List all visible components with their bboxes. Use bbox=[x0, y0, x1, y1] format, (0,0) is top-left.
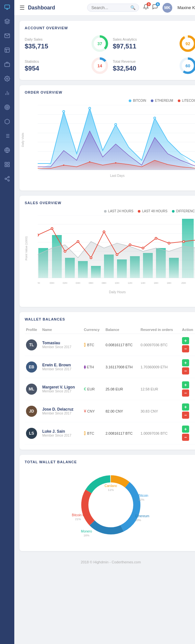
sidebar-item-chart[interactable] bbox=[0, 86, 14, 100]
chat-button[interactable]: 6 bbox=[152, 4, 158, 11]
sales-analytics-label: Sales Analytics bbox=[113, 37, 137, 41]
sidebar-item-box[interactable] bbox=[0, 114, 14, 129]
sidebar-item-briefcase[interactable] bbox=[0, 57, 14, 72]
sidebar-item-layers[interactable] bbox=[0, 14, 14, 29]
daily-sales-num: 37 bbox=[98, 41, 102, 46]
currency-badge: ₿ BTC bbox=[84, 431, 103, 436]
ethereum-dot bbox=[151, 99, 153, 102]
daily-sales-item: Daily Sales $35,715 37 bbox=[25, 34, 109, 53]
row-reserved: 0.00097036 BTC bbox=[139, 334, 181, 356]
legend-litecoin: LITECOIN bbox=[178, 99, 195, 102]
profile-since: Member Since 2017 bbox=[42, 367, 81, 371]
table-row: TL Tomaslau Member Since 2017 ₿ BTC 0.00… bbox=[25, 334, 195, 356]
search-input[interactable] bbox=[91, 5, 130, 10]
currency-icon: ¥ bbox=[84, 409, 86, 414]
svg-text:14H: 14H bbox=[141, 282, 145, 284]
sidebar-item-monitor[interactable] bbox=[0, 0, 14, 14]
add-button[interactable]: + bbox=[182, 359, 189, 366]
wallet-balances-card: WALLET BALANCES Profile Name Currency Ba… bbox=[20, 312, 195, 450]
remove-button[interactable]: − bbox=[182, 434, 189, 441]
statistics-chart: 14 bbox=[91, 57, 109, 75]
difference-dot bbox=[172, 210, 175, 213]
remove-button[interactable]: − bbox=[182, 345, 189, 352]
svg-rect-0 bbox=[5, 5, 10, 8]
remove-button[interactable]: − bbox=[182, 367, 189, 375]
svg-text:20%: 20% bbox=[135, 519, 141, 522]
action-buttons: + − bbox=[182, 403, 195, 419]
svg-point-15 bbox=[7, 107, 8, 108]
col-name: Name bbox=[41, 326, 83, 334]
menu-icon[interactable]: ☰ bbox=[20, 4, 25, 11]
svg-text:Ethereum: Ethereum bbox=[135, 514, 149, 518]
currency-code: EUR bbox=[87, 387, 95, 391]
notification-badge: 3 bbox=[147, 2, 151, 6]
total-revenue-num: 60 bbox=[186, 63, 190, 68]
svg-point-30 bbox=[8, 180, 9, 181]
profile-name: Tomaslau bbox=[42, 341, 81, 345]
row-reserved: 12.58 EUR bbox=[139, 378, 181, 400]
currency-badge: ⧫ ETH bbox=[84, 364, 103, 369]
account-overview-card: ACCOUNT OVERVIEW Daily Sales $35,715 37 bbox=[20, 21, 195, 80]
sidebar-item-list[interactable] bbox=[0, 129, 14, 143]
sales-analytics-chart: 92 bbox=[179, 34, 195, 53]
page-title: Dashboard bbox=[28, 5, 55, 11]
row-profile: JD bbox=[25, 400, 41, 422]
legend-difference: DIFFERENCE bbox=[172, 209, 195, 213]
svg-point-61 bbox=[115, 124, 117, 125]
svg-text:20H: 20H bbox=[181, 282, 186, 284]
sidebar-item-tools[interactable] bbox=[0, 72, 14, 86]
svg-text:06H: 06H bbox=[89, 282, 93, 284]
row-profile: LS bbox=[25, 422, 41, 444]
statistics-num: 14 bbox=[98, 63, 102, 68]
sidebar-item-layout[interactable] bbox=[0, 43, 14, 57]
svg-point-59 bbox=[63, 111, 65, 112]
currency-icon: ₿ bbox=[84, 342, 86, 347]
profile-avatar: ML bbox=[26, 384, 37, 395]
sales-x-label: Daily Hours bbox=[38, 290, 195, 294]
search-box[interactable]: 🔍 bbox=[87, 4, 139, 12]
sidebar-item-globe[interactable] bbox=[0, 143, 14, 157]
remove-button[interactable]: − bbox=[182, 412, 189, 419]
notification-bell[interactable]: 3 bbox=[143, 4, 149, 11]
action-buttons: + − bbox=[182, 337, 195, 352]
litecoin-label: LITECOIN bbox=[182, 99, 195, 102]
main-content: ☰ Dashboard 🔍 3 6 MK Maxine K ▼ ACCOUNT … bbox=[14, 0, 195, 644]
sidebar-item-share[interactable] bbox=[0, 172, 14, 186]
svg-text:Bitcoin Cash: Bitcoin Cash bbox=[72, 513, 90, 517]
col-action: Action bbox=[181, 326, 195, 334]
remove-button[interactable]: − bbox=[182, 389, 189, 397]
add-button[interactable]: + bbox=[182, 426, 189, 433]
profile-since: Member Since 2017 bbox=[42, 434, 81, 437]
row-reserved: 1.00097036 BTC bbox=[139, 422, 181, 444]
svg-text:08H: 08H bbox=[102, 282, 106, 284]
add-button[interactable]: + bbox=[182, 381, 189, 388]
row-balance: 0.00816117 BTC bbox=[104, 334, 139, 356]
svg-point-108 bbox=[90, 257, 92, 259]
sales-legend: LAST 24 HOURS LAST 48 HOURS DIFFERENCE bbox=[25, 209, 195, 213]
svg-rect-25 bbox=[8, 162, 9, 164]
statistics-value: $954 bbox=[25, 65, 39, 72]
row-profile: ML bbox=[25, 378, 41, 400]
add-button[interactable]: + bbox=[182, 403, 189, 411]
currency-icon: € bbox=[84, 387, 86, 391]
row-profile: TL bbox=[25, 334, 41, 356]
legend-bitcoin: BITCOIN bbox=[129, 99, 146, 102]
sidebar-item-mail[interactable] bbox=[0, 29, 14, 43]
row-name: Erwin E. Brown Member Since 2017 bbox=[41, 356, 83, 378]
bitcoin-label: BITCOIN bbox=[133, 99, 146, 102]
order-overview-card: ORDER OVERVIEW BITCOIN ETHEREUM LITECOIN… bbox=[20, 85, 195, 191]
svg-text:Monero: Monero bbox=[81, 530, 92, 533]
currency-icon: ⧫ bbox=[84, 364, 86, 369]
profile-avatar: EB bbox=[26, 361, 37, 373]
profile-since: Member Since 2017 bbox=[42, 389, 81, 393]
add-button[interactable]: + bbox=[182, 337, 189, 344]
avatar[interactable]: MK bbox=[162, 3, 172, 13]
sidebar-item-grid[interactable] bbox=[0, 157, 14, 172]
row-balance: 82.00 CNY bbox=[104, 400, 139, 422]
order-chart-wrapper: Daily Visits 70 60 50 40 30 bbox=[25, 105, 195, 185]
litecoin-dot bbox=[178, 99, 180, 102]
currency-badge: ¥ CNY bbox=[84, 409, 103, 414]
svg-rect-24 bbox=[5, 162, 6, 164]
sidebar-item-target[interactable] bbox=[0, 100, 14, 114]
total-revenue-item: Total Revenue $32,540 60 bbox=[113, 57, 195, 75]
